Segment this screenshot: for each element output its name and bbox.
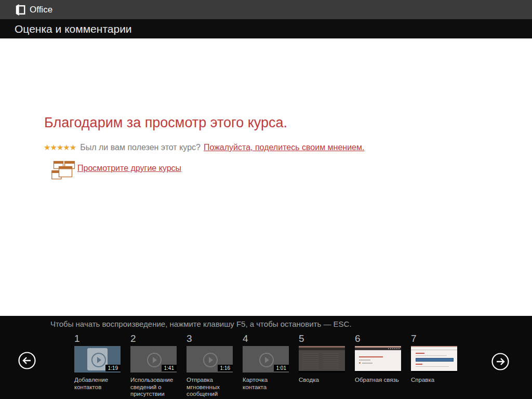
thumbnail-label: Добавление контактов [74,377,124,391]
play-icon [147,353,162,367]
slide-thumbnail-3[interactable]: 1:16 [187,346,233,373]
thumbnail-label: Использование сведений о присутствии [130,377,180,398]
thumbnail-label: Обратная связь [355,377,405,384]
slide-number: 3 [187,333,192,344]
navigation-panel: Чтобы начать воспроизведение, нажмите кл… [0,316,532,399]
play-icon [91,353,106,367]
slide-thumbnail-2[interactable]: 1:41 [130,346,177,373]
slide-thumbnail-7[interactable] [411,346,457,373]
feedback-question: Был ли вам полезен этот курс? [80,143,201,152]
duration-badge: 1:16 [218,365,233,371]
arrow-left-icon [18,351,36,370]
slide-number: 6 [355,333,361,344]
play-icon [203,353,218,367]
duration-badge: 1:01 [274,365,289,371]
doc-preview [411,346,457,371]
playback-instruction: Чтобы начать воспроизведение, нажмите кл… [50,320,352,328]
courses-row: Просмотрите другие курсы [51,161,75,182]
slide-thumbnail-1[interactable]: 1:19 [74,346,121,373]
slide-number: 1 [74,333,80,344]
slide-thumbnail-4[interactable]: 1:01 [243,346,289,373]
slide-title-bar: Оценка и комментарии [0,19,532,38]
play-icon [259,353,274,367]
app-bar: Office [0,0,532,19]
thanks-heading: Благодарим за просмотр этого курса. [44,115,287,131]
courses-icon [51,161,75,180]
doc-preview [355,346,401,371]
office-logo-icon [15,3,26,17]
thumbnail-label: Карточка контакта [243,377,292,391]
star-rating[interactable]: ★★★★★ [44,143,76,152]
slide-thumbnail-6[interactable] [355,346,401,373]
share-opinion-link[interactable]: Пожалуйста, поделитесь своим мнением. [204,143,365,152]
next-slide-button[interactable] [491,352,510,371]
office-logo: Office [15,3,52,17]
slide-number: 5 [299,333,304,344]
thumbnail-label: Сводка [299,377,349,384]
slide-number: 4 [243,333,248,344]
thumbnail-label: Справка [411,377,461,384]
rating-row: ★★★★★ Был ли вам полезен этот курс? Пожа… [44,143,364,152]
slide-thumbnail-5[interactable] [299,346,345,373]
browse-courses-link[interactable]: Просмотрите другие курсы [77,164,181,173]
arrow-right-icon [491,352,510,371]
slide-number: 7 [411,333,417,344]
duration-badge: 1:19 [105,365,121,371]
slide-number: 2 [130,333,136,344]
slide-title: Оценка и комментарии [15,23,132,35]
previous-slide-button[interactable] [18,351,36,370]
office-brand: Office [30,5,52,15]
doc-preview [299,346,345,371]
thumbnail-label: Отправка мгновенных сообщений [187,377,236,398]
slide-content: Благодарим за просмотр этого курса. ★★★★… [0,38,532,316]
duration-badge: 1:41 [162,365,177,371]
